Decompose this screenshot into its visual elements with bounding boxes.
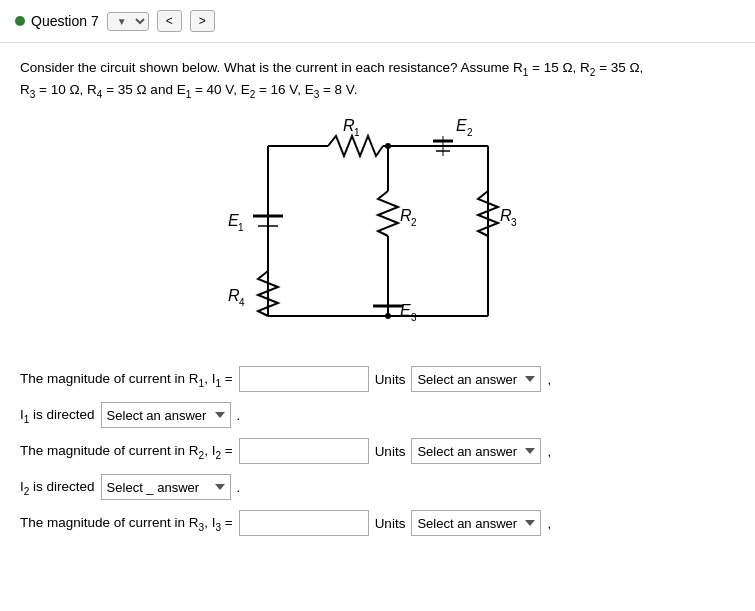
r1-units-select[interactable]: Select an answer A mA [411,366,541,392]
r1-input[interactable] [239,366,369,392]
r3-input[interactable] [239,510,369,536]
r2-directed-label: I2 is directed [20,479,95,497]
svg-text:1: 1 [354,127,360,138]
svg-text:2: 2 [411,217,417,228]
svg-text:E: E [456,117,467,134]
circuit-diagram: E 1 R 4 R 2 E 3 [20,116,735,346]
r1-directed-label: I1 is directed [20,407,95,425]
r3-units-label: Units [375,516,406,531]
svg-text:E: E [400,302,411,319]
r2-input[interactable] [239,438,369,464]
svg-text:3: 3 [411,312,417,323]
r1-label: The magnitude of current in R1, I1 = [20,371,233,389]
r1-directed-row: I1 is directed Select an answer left rig… [20,402,735,428]
r2-directed-select[interactable]: Select _ answer left right up down [101,474,231,500]
svg-text:1: 1 [238,222,244,233]
r3-units-select[interactable]: Select an answer A mA [411,510,541,536]
header: Question 7 ▼ < > [0,0,755,43]
r1-units-label: Units [375,372,406,387]
r1-directed-period: . [237,408,241,423]
circuit-svg: E 1 R 4 R 2 E 3 [208,116,548,346]
r1-magnitude-row: The magnitude of current in R1, I1 = Uni… [20,366,735,392]
r2-directed-period: . [237,480,241,495]
question-indicator: Question 7 [15,13,99,29]
svg-point-34 [385,143,391,149]
next-button[interactable]: > [190,10,215,32]
r2-units-select[interactable]: Select an answer A mA [411,438,541,464]
problem-text: Consider the circuit shown below. What i… [20,58,735,101]
r3-magnitude-row: The magnitude of current in R3, I3 = Uni… [20,510,735,536]
r3-label: The magnitude of current in R3, I3 = [20,515,233,533]
r2-directed-row: I2 is directed Select _ answer left righ… [20,474,735,500]
content-area: Consider the circuit shown below. What i… [0,43,755,561]
svg-text:4: 4 [239,297,245,308]
r2-magnitude-row: The magnitude of current in R2, I2 = Uni… [20,438,735,464]
question-dropdown[interactable]: ▼ [107,12,149,31]
r2-label: The magnitude of current in R2, I2 = [20,443,233,461]
svg-text:2: 2 [467,127,473,138]
question-label: Question 7 [31,13,99,29]
prev-button[interactable]: < [157,10,182,32]
r1-directed-select[interactable]: Select an answer left right up down [101,402,231,428]
svg-text:3: 3 [511,217,517,228]
status-dot [15,16,25,26]
r2-units-label: Units [375,444,406,459]
svg-point-35 [385,313,391,319]
